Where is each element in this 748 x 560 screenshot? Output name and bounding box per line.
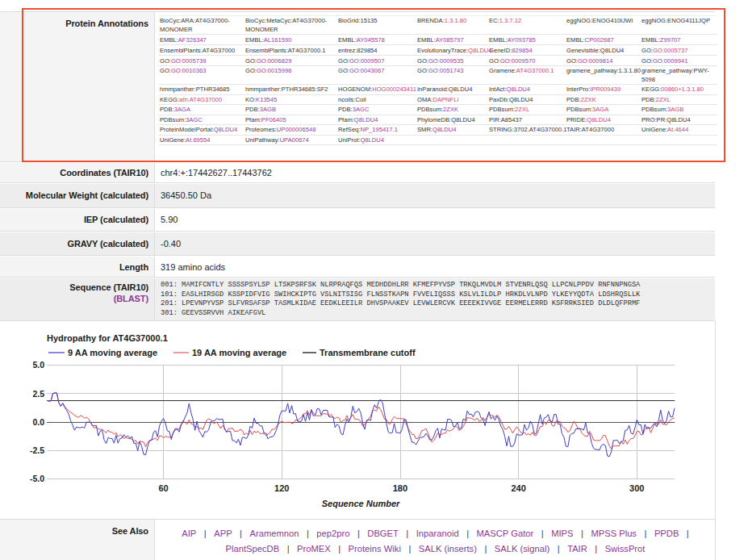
svg-text:-5.0: -5.0 [30, 474, 44, 483]
svg-text:240: 240 [511, 483, 525, 493]
svg-text:300: 300 [629, 483, 644, 493]
svg-text:Transmembrane cutoff: Transmembrane cutoff [320, 348, 416, 357]
svg-text:19 AA moving average: 19 AA moving average [192, 348, 286, 357]
svg-text:Hydropathy for AT4G37000.1: Hydropathy for AT4G37000.1 [47, 333, 168, 343]
svg-text:0.0: 0.0 [32, 417, 44, 427]
svg-text:5.0: 5.0 [32, 360, 44, 370]
svg-text:2.5: 2.5 [32, 389, 44, 399]
svg-text:120: 120 [274, 483, 289, 493]
svg-text:Sequence Number: Sequence Number [322, 499, 400, 508]
svg-text:-2.5: -2.5 [30, 445, 44, 455]
svg-text:9 AA moving average: 9 AA moving average [68, 348, 157, 357]
svg-text:180: 180 [393, 483, 407, 493]
svg-text:60: 60 [158, 483, 168, 493]
